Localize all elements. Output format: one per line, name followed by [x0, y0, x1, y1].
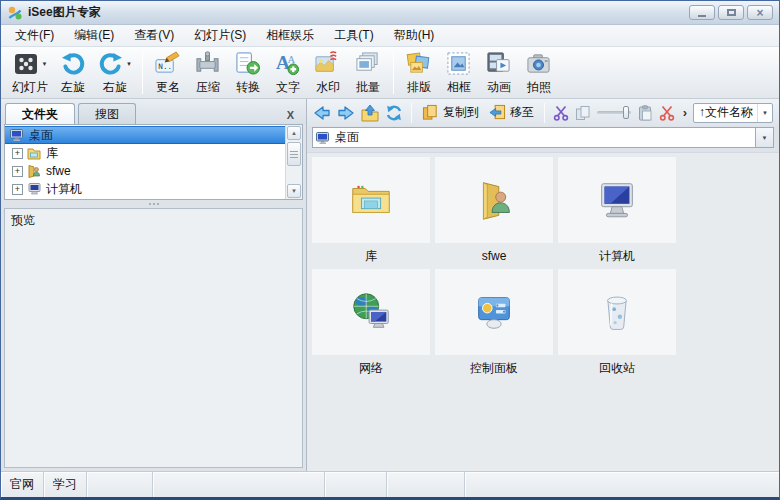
copy-button[interactable] — [575, 105, 591, 121]
rotate-right-dropdown-caret[interactable]: ▼ — [126, 61, 132, 67]
forward-arrow-icon — [337, 104, 355, 122]
expand-toggle-icon[interactable]: + — [12, 148, 23, 159]
control-panel-icon — [471, 289, 517, 335]
tree-item-computer[interactable]: + 计算机 — [5, 180, 285, 198]
delete-scissors-icon — [659, 105, 675, 121]
file-browser-content[interactable]: 库 sfwe 计算机 网络 控制面板 — [307, 152, 779, 471]
convert-button[interactable]: 转换 — [228, 48, 268, 98]
desktop-item-libraries[interactable] — [312, 157, 430, 243]
tree-item-user-folder[interactable]: + sfwe — [5, 162, 285, 180]
desktop-item-network[interactable] — [312, 269, 430, 355]
menu-help[interactable]: 帮助(H) — [384, 25, 445, 46]
desktop-item-recycle-bin[interactable] — [558, 269, 676, 355]
sort-dropdown-value: ↑文件名称 — [699, 104, 753, 121]
delete-button[interactable] — [659, 105, 675, 121]
thumbnail-size-slider[interactable] — [597, 106, 631, 120]
close-icon: × — [756, 7, 763, 19]
text-button[interactable]: AA 文字 — [268, 48, 308, 98]
rename-button[interactable]: N.. 更名 — [148, 48, 188, 98]
status-segment — [87, 472, 153, 497]
status-official-site[interactable]: 官网 — [1, 472, 44, 497]
desktop-item-label[interactable]: 网络 — [312, 360, 430, 377]
tree-item-desktop[interactable]: 桌面 — [5, 126, 285, 144]
compress-button[interactable]: 压缩 — [188, 48, 228, 98]
maximize-button[interactable] — [718, 5, 744, 20]
desktop-item-label[interactable]: 库 — [312, 248, 430, 265]
scroll-down-button[interactable]: ▼ — [287, 184, 301, 198]
slideshow-button[interactable]: ▼ 幻灯片 — [7, 48, 53, 98]
menu-bar: 文件(F) 编辑(E) 查看(V) 幻灯片(S) 相框娱乐 工具(T) 帮助(H… — [1, 25, 779, 47]
watermark-button[interactable]: 水印 — [308, 48, 348, 98]
toolbar-overflow-chevron[interactable]: › — [683, 105, 687, 120]
desktop-item-label[interactable]: sfwe — [435, 249, 553, 263]
svg-text:N..: N.. — [159, 62, 173, 71]
folder-up-button[interactable] — [361, 104, 379, 122]
scroll-up-icon: ▲ — [291, 130, 297, 136]
right-panel: 复制到 移至 — [307, 99, 779, 471]
computer-icon — [594, 177, 640, 223]
menu-edit[interactable]: 编辑(E) — [64, 25, 124, 46]
address-location: 桌面 — [335, 129, 359, 146]
paste-button[interactable] — [637, 105, 653, 121]
address-bar[interactable]: 桌面 ▼ — [312, 127, 774, 148]
status-segment — [465, 472, 779, 497]
app-window: iSee图片专家 × 文件(F) 编辑(E) 查看(V) 幻灯片(S) 相框娱乐… — [0, 0, 780, 500]
scroll-up-button[interactable]: ▲ — [287, 126, 301, 140]
main-toolbar: ▼ 幻灯片 左旋 ▼ 右旋 N.. 更名 — [1, 47, 779, 99]
batch-button[interactable]: 批量 — [348, 48, 388, 98]
tree-item-label: 桌面 — [29, 127, 53, 144]
title-bar[interactable]: iSee图片专家 × — [1, 1, 779, 25]
address-dropdown-button[interactable]: ▼ — [755, 128, 773, 147]
tile-label-row: 库 sfwe 计算机 — [307, 243, 779, 269]
forward-button[interactable] — [337, 104, 355, 122]
layout-button[interactable]: 排版 — [399, 48, 439, 98]
desktop-item-computer[interactable] — [558, 157, 676, 243]
expand-toggle-icon[interactable]: + — [12, 184, 23, 195]
tab-folders[interactable]: 文件夹 — [5, 103, 75, 124]
desktop-item-label[interactable]: 计算机 — [558, 248, 676, 265]
frame-label: 相框 — [447, 79, 471, 96]
close-button[interactable]: × — [747, 5, 773, 20]
desktop-item-control-panel[interactable] — [435, 269, 553, 355]
rename-label: 更名 — [156, 79, 180, 96]
location-desktop-icon — [316, 131, 331, 145]
desktop-item-user-folder[interactable] — [435, 157, 553, 243]
expand-toggle-icon[interactable]: + — [12, 166, 23, 177]
move-to-button[interactable]: 移至 — [487, 103, 536, 122]
sort-dropdown-caret[interactable]: ▼ — [757, 104, 772, 122]
frame-button[interactable]: 相框 — [439, 48, 479, 98]
photo-button[interactable]: 拍照 — [519, 48, 559, 98]
cut-button[interactable] — [553, 105, 569, 121]
menu-file[interactable]: 文件(F) — [5, 25, 64, 46]
refresh-button[interactable] — [385, 104, 403, 122]
animation-button[interactable]: 动画 — [479, 48, 519, 98]
menu-slideshow[interactable]: 幻灯片(S) — [184, 25, 256, 46]
slider-handle[interactable] — [623, 106, 629, 119]
panel-splitter[interactable] — [1, 200, 306, 208]
tree-item-libraries[interactable]: + 库 — [5, 144, 285, 162]
menu-tools[interactable]: 工具(T) — [324, 25, 383, 46]
tree-scrollbar[interactable]: ▲ ▼ — [285, 125, 302, 199]
watermark-icon — [315, 51, 340, 76]
sort-dropdown[interactable]: ↑文件名称 ▼ — [693, 103, 773, 123]
desktop-item-label[interactable]: 回收站 — [558, 360, 676, 377]
preview-label: 预览 — [11, 213, 35, 227]
slideshow-dropdown-caret[interactable]: ▼ — [42, 61, 48, 67]
panel-close-button[interactable]: X — [283, 109, 298, 124]
layout-icon — [406, 51, 431, 76]
status-learn[interactable]: 学习 — [44, 472, 87, 497]
menu-view[interactable]: 查看(V) — [124, 25, 184, 46]
left-panel: 文件夹 搜图 X 桌面 + — [1, 99, 307, 471]
scrollbar-thumb[interactable] — [287, 142, 301, 166]
copy-to-icon — [422, 104, 439, 121]
rotate-right-button[interactable]: ▼ 右旋 — [93, 48, 137, 98]
menu-frame-fun[interactable]: 相框娱乐 — [256, 25, 324, 46]
maximize-icon — [727, 9, 736, 16]
tab-search[interactable]: 搜图 — [78, 103, 136, 124]
rotate-left-button[interactable]: 左旋 — [53, 48, 93, 98]
back-button[interactable] — [313, 104, 331, 122]
copy-to-button[interactable]: 复制到 — [420, 103, 481, 122]
desktop-item-label[interactable]: 控制面板 — [435, 360, 553, 377]
minimize-button[interactable] — [689, 5, 715, 20]
batch-label: 批量 — [356, 79, 380, 96]
